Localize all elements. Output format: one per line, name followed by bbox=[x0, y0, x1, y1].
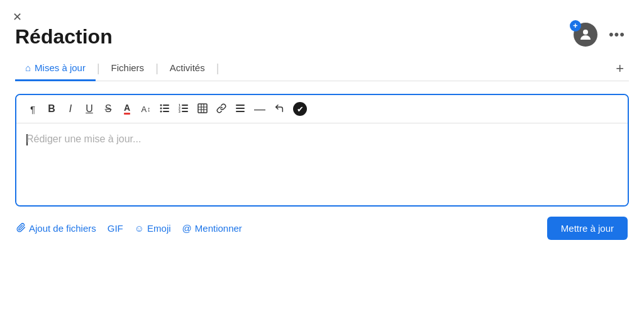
svg-rect-20 bbox=[236, 111, 245, 112]
editor-container: ¶ B I U S A A↕ bbox=[15, 94, 629, 207]
svg-point-6 bbox=[160, 111, 162, 113]
underline-button[interactable]: U bbox=[80, 100, 98, 118]
tab-divider-3: | bbox=[216, 62, 219, 75]
mention-label: Mentionner bbox=[195, 223, 242, 234]
link-icon bbox=[216, 103, 226, 115]
tab-activities-label: Activités bbox=[170, 62, 205, 73]
check-button[interactable]: ✔ bbox=[289, 100, 311, 118]
svg-rect-13 bbox=[198, 104, 207, 113]
dash-icon: — bbox=[254, 103, 265, 115]
window: ✕ Rédaction + ••• ⌂ Mises à jour | Fic bbox=[0, 0, 644, 318]
more-options-button[interactable]: ••• bbox=[605, 24, 629, 45]
check-icon: ✔ bbox=[293, 102, 307, 116]
tab-divider-2: | bbox=[155, 62, 158, 75]
gif-label: GIF bbox=[108, 223, 123, 234]
tab-divider-1: | bbox=[97, 62, 100, 75]
editor-cursor bbox=[26, 134, 28, 145]
emoji-label: Emoji bbox=[147, 223, 171, 234]
bullet-list-icon bbox=[160, 103, 170, 115]
emoji-icon: ☺ bbox=[135, 223, 144, 234]
header: Rédaction + ••• bbox=[15, 15, 629, 48]
bullet-list-button[interactable] bbox=[156, 100, 174, 118]
strikethrough-icon: S bbox=[105, 104, 112, 114]
paragraph-button[interactable]: ¶ bbox=[24, 100, 42, 118]
svg-rect-8 bbox=[182, 108, 188, 109]
tab-activities[interactable]: Activités bbox=[160, 56, 215, 81]
bottom-left-actions: Ajout de fichiers GIF ☺ Emoji @ Mentionn… bbox=[16, 223, 242, 234]
editor-body[interactable]: Rédiger une mise à jour... bbox=[16, 123, 628, 205]
bold-button[interactable]: B bbox=[43, 100, 60, 118]
home-icon: ⌂ bbox=[25, 62, 31, 73]
italic-button[interactable]: I bbox=[62, 100, 79, 118]
svg-rect-2 bbox=[163, 108, 169, 109]
mention-button[interactable]: @ Mentionner bbox=[182, 223, 242, 234]
dash-button[interactable]: — bbox=[250, 100, 269, 118]
ordered-list-icon: 1 2 3 bbox=[179, 103, 189, 115]
italic-icon: I bbox=[69, 104, 72, 114]
strikethrough-button[interactable]: S bbox=[99, 100, 117, 118]
table-icon bbox=[197, 103, 208, 115]
font-size-button[interactable]: A↕ bbox=[137, 100, 155, 118]
font-size-icon: A↕ bbox=[141, 105, 150, 113]
undo-icon bbox=[274, 103, 284, 115]
svg-rect-9 bbox=[182, 111, 188, 112]
emoji-button[interactable]: ☺ Emoji bbox=[135, 223, 171, 234]
underline-icon: U bbox=[86, 104, 93, 114]
font-color-button[interactable]: A bbox=[118, 100, 136, 118]
paragraph-icon: ¶ bbox=[30, 105, 35, 114]
add-user-button[interactable]: + bbox=[574, 23, 597, 47]
close-button[interactable]: ✕ bbox=[10, 10, 25, 24]
svg-point-4 bbox=[160, 105, 162, 106]
svg-text:3: 3 bbox=[179, 110, 180, 113]
svg-rect-18 bbox=[236, 105, 245, 106]
tab-files[interactable]: Fichiers bbox=[101, 56, 155, 81]
gif-button[interactable]: GIF bbox=[108, 223, 123, 234]
undo-button[interactable] bbox=[270, 100, 288, 118]
editor-toolbar: ¶ B I U S A A↕ bbox=[16, 95, 628, 123]
at-icon: @ bbox=[182, 223, 192, 234]
editor-placeholder: Rédiger une mise à jour... bbox=[26, 133, 141, 145]
svg-rect-3 bbox=[163, 111, 169, 112]
svg-rect-1 bbox=[163, 105, 169, 106]
align-button[interactable] bbox=[231, 100, 249, 118]
bottom-actions-row: Ajout de fichiers GIF ☺ Emoji @ Mentionn… bbox=[15, 217, 629, 240]
tab-updates[interactable]: ⌂ Mises à jour bbox=[15, 56, 96, 81]
add-tab-button[interactable]: + bbox=[611, 58, 629, 79]
align-icon bbox=[235, 103, 245, 115]
plus-badge-icon: + bbox=[570, 20, 581, 31]
tabs-row: ⌂ Mises à jour | Fichiers | Activités | … bbox=[15, 56, 629, 81]
paperclip-icon bbox=[16, 223, 26, 234]
bold-icon: B bbox=[48, 104, 55, 114]
ordered-list-button[interactable]: 1 2 3 bbox=[175, 100, 192, 118]
table-button[interactable] bbox=[194, 100, 211, 118]
tab-updates-label: Mises à jour bbox=[35, 62, 86, 73]
svg-rect-19 bbox=[236, 108, 245, 109]
link-button[interactable] bbox=[213, 100, 230, 118]
font-color-icon: A bbox=[124, 103, 130, 115]
tab-files-label: Fichiers bbox=[111, 62, 145, 73]
attach-files-button[interactable]: Ajout de fichiers bbox=[16, 223, 96, 234]
header-actions: + ••• bbox=[574, 23, 629, 47]
submit-update-button[interactable]: Mettre à jour bbox=[547, 217, 628, 240]
attach-files-label: Ajout de fichiers bbox=[29, 223, 96, 234]
page-title: Rédaction bbox=[15, 25, 113, 48]
svg-rect-7 bbox=[182, 105, 188, 106]
svg-point-0 bbox=[583, 30, 588, 35]
font-color-underline bbox=[124, 113, 130, 115]
svg-point-5 bbox=[160, 108, 162, 110]
